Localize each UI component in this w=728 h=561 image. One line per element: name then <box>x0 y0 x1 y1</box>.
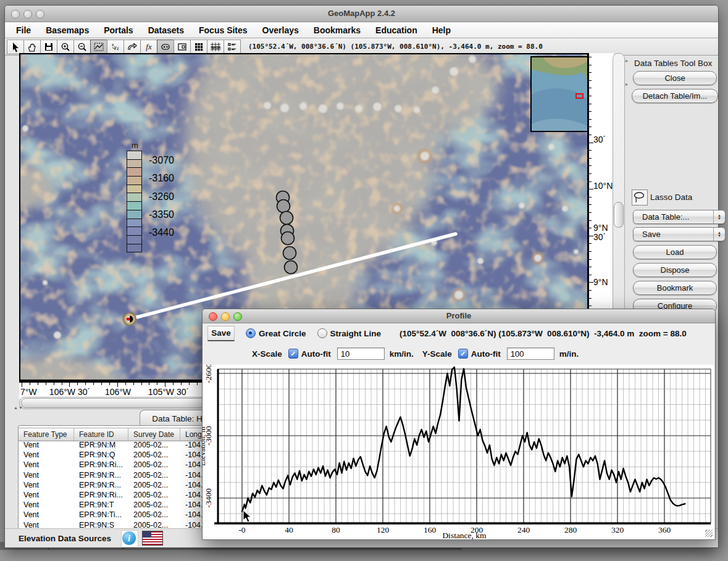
dispose-button[interactable]: Dispose <box>633 263 717 277</box>
close-button[interactable]: Close <box>633 71 717 85</box>
data-table-dropdown[interactable]: Data Table:...▲▼ <box>633 210 726 224</box>
axis-tick <box>589 65 592 65</box>
legend-cell <box>127 167 142 177</box>
mask-icon[interactable] <box>157 39 174 54</box>
y-autofit-checkbox[interactable]: ✓ <box>458 349 468 359</box>
profile-save-button[interactable]: Save <box>207 326 235 341</box>
svg-text:360: 360 <box>658 525 671 534</box>
lasso-arrow-icon[interactable] <box>123 39 141 54</box>
minimize-window-icon[interactable] <box>221 312 230 321</box>
save-disk-icon[interactable] <box>40 39 57 54</box>
table-cell: Vent <box>19 460 74 470</box>
main-titlebar[interactable]: GeoMapApp 2.4.2 <box>5 6 718 22</box>
menu-help[interactable]: Help <box>432 25 451 35</box>
splitpane-collapse-arrows[interactable]: ▲▼ <box>14 405 23 410</box>
column-header[interactable]: Feature ID <box>74 428 128 441</box>
profile-window[interactable]: Profile Save Great Circle Straight Line … <box>202 309 716 540</box>
nasa-grid-icon[interactable]: NASA <box>207 39 224 54</box>
detach-table-button[interactable]: Detach Table/Im... <box>632 89 718 103</box>
menu-bookmarks[interactable]: Bookmarks <box>314 25 361 35</box>
y-scale-input[interactable] <box>507 347 554 360</box>
info-icon[interactable]: i <box>122 531 136 545</box>
lasso-data-icon[interactable] <box>632 189 648 206</box>
x-scale-input[interactable] <box>337 347 385 360</box>
table-cell: EPR:9N:M <box>74 441 128 451</box>
elevation-profile-chart[interactable]: -04080120160200240280320360Distance, km-… <box>203 365 714 539</box>
bookmark-button[interactable]: Bookmark <box>633 281 717 295</box>
menu-overlays[interactable]: Overlays <box>262 25 299 35</box>
list-layers-icon[interactable] <box>224 39 241 54</box>
zoom-window-icon[interactable] <box>36 10 44 19</box>
axis-tick <box>589 57 592 57</box>
svg-text:80: 80 <box>332 525 340 534</box>
menu-focus-sites[interactable]: Focus Sites <box>199 25 248 35</box>
lasso-data-label: Lasso Data <box>650 193 692 202</box>
resize-grip-icon[interactable] <box>705 530 713 537</box>
longitude-label: 7°W <box>20 387 37 397</box>
profile-tool-icon[interactable] <box>90 39 107 54</box>
x-autofit-checkbox[interactable]: ✓ <box>288 349 298 359</box>
menu-portals[interactable]: Portals <box>104 25 133 35</box>
table-cell: Vent <box>19 491 74 501</box>
save-dropdown[interactable]: Save▲▼ <box>633 227 726 241</box>
axis-tick <box>62 383 62 385</box>
sidebar-collapse-arrow-icon[interactable]: ▸ <box>625 58 628 64</box>
column-header[interactable]: Survey Date <box>128 428 180 441</box>
minimize-window-icon[interactable] <box>23 10 32 19</box>
legend-value-label: -3260 <box>149 191 174 202</box>
svg-text:280: 280 <box>564 525 577 534</box>
cursor-coordinates-status: (105°52.4´W, 008°36.6´N) (105.873°W, 008… <box>248 43 543 51</box>
x-autofit-label: Auto-fit <box>301 349 331 359</box>
grid-icon[interactable] <box>190 39 207 54</box>
layout-windows-icon[interactable] <box>174 39 191 54</box>
menu-basemaps[interactable]: Basemaps <box>46 25 89 35</box>
x-scale-label: X-Scale <box>252 349 282 359</box>
load-button[interactable]: Load <box>633 245 717 259</box>
profile-titlebar[interactable]: Profile <box>203 309 715 323</box>
legend-value-label: -3160 <box>149 173 174 184</box>
zoom-in-icon[interactable] <box>57 39 74 54</box>
menu-datasets[interactable]: Datasets <box>148 25 184 35</box>
pointer-tool-icon[interactable] <box>7 39 24 54</box>
close-window-icon[interactable] <box>209 312 217 321</box>
pan-hand-icon[interactable] <box>23 39 41 54</box>
stepper-arrows-icon[interactable]: ▲▼ <box>713 210 725 223</box>
legend-cell <box>127 244 142 253</box>
menu-bar: FileBasemapsPortalsDatasetsFocus SitesOv… <box>5 22 718 38</box>
us-flag-icon[interactable] <box>142 531 163 546</box>
axis-tick <box>109 383 110 385</box>
stepper-arrows-icon[interactable]: ▲▼ <box>713 228 725 241</box>
chart-frame <box>218 369 711 523</box>
vscroll-thumb[interactable] <box>614 202 624 228</box>
axis-tick <box>189 383 190 385</box>
longitude-label: 106°W <box>105 387 131 397</box>
svg-text:320: 320 <box>611 525 624 534</box>
axis-tick <box>93 383 94 385</box>
sidebar-collapse-arrow2-icon[interactable]: ▸ <box>625 81 628 87</box>
overview-inset-map[interactable] <box>530 56 590 132</box>
legend-value-label: -3440 <box>149 227 174 238</box>
legend-cell <box>127 235 142 244</box>
axis-tick <box>157 383 157 385</box>
great-circle-radio[interactable] <box>246 328 256 338</box>
column-header[interactable]: Feature Type <box>19 428 74 441</box>
xyz-axes-icon[interactable]: xyz <box>107 39 124 54</box>
zoom-window-icon[interactable] <box>233 312 242 321</box>
axis-tick <box>589 111 592 112</box>
axis-tick <box>589 220 592 221</box>
close-window-icon[interactable] <box>11 10 20 19</box>
axis-tick <box>30 383 30 385</box>
axis-tick <box>589 189 593 189</box>
axis-tick <box>22 383 22 387</box>
function-fx-icon[interactable]: fx <box>140 39 157 54</box>
menu-education[interactable]: Education <box>375 25 417 35</box>
transect-start-marker[interactable] <box>123 313 136 325</box>
straight-line-radio[interactable] <box>317 328 327 338</box>
axis-tick <box>77 383 78 385</box>
axis-tick <box>589 158 592 159</box>
legend-unit-label: m <box>132 141 138 150</box>
axis-tick <box>54 383 54 385</box>
zoom-out-icon[interactable] <box>73 39 91 54</box>
menu-file[interactable]: File <box>16 25 31 35</box>
axis-tick <box>589 119 592 120</box>
